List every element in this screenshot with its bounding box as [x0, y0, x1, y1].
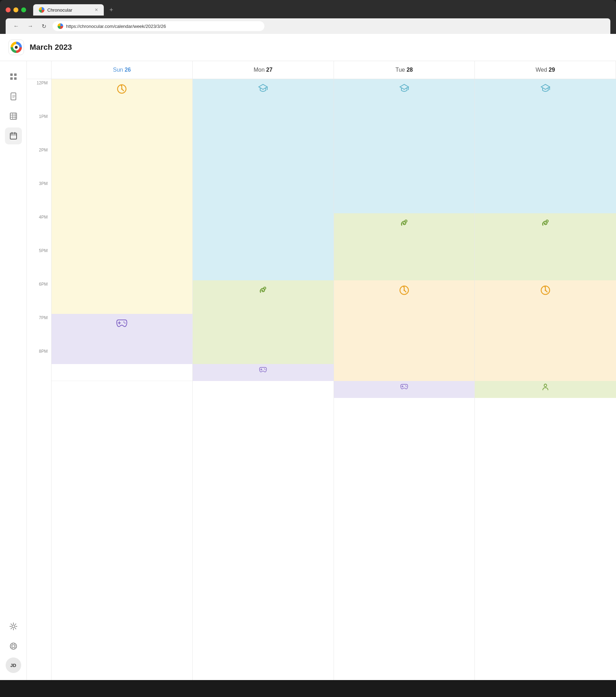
day-column-tue28[interactable] [334, 79, 475, 680]
event-wed29-goal[interactable] [475, 280, 616, 381]
event-mon27-fitness[interactable] [193, 280, 334, 364]
svg-point-58 [546, 220, 548, 222]
back-button[interactable]: ← [11, 22, 21, 31]
sidebar-item-table[interactable] [5, 108, 22, 125]
time-gutter-header [27, 61, 52, 79]
svg-point-38 [121, 88, 122, 90]
svg-line-35 [11, 645, 12, 645]
svg-rect-14 [10, 133, 17, 139]
day-num-27: 27 [266, 67, 273, 73]
fitness-icon-wed [540, 218, 551, 228]
tab-favicon [39, 7, 44, 13]
svg-line-26 [15, 624, 16, 625]
goal-icon-tue [399, 285, 410, 296]
tab-close-button[interactable]: ✕ [95, 7, 98, 12]
sidebar-item-notebook[interactable] [5, 88, 22, 105]
day-header-mon27: Mon 27 [193, 61, 334, 79]
svg-rect-1 [14, 73, 17, 76]
user-avatar[interactable]: JD [6, 657, 21, 673]
fitness-icon [258, 285, 268, 295]
day-num-26: 26 [125, 67, 131, 73]
refresh-button[interactable]: ↻ [40, 22, 48, 31]
sidebar-item-brightness[interactable] [5, 618, 22, 635]
address-bar[interactable]: https://chronocular.com/calendar/week/20… [53, 21, 264, 31]
day-column-wed29[interactable] [475, 79, 616, 680]
active-tab[interactable]: Chronocular ✕ [33, 4, 104, 16]
svg-line-29 [14, 644, 14, 645]
traffic-light-yellow[interactable] [13, 7, 18, 12]
gaming-icon-small [259, 366, 267, 373]
study-icon-wed [540, 83, 551, 93]
svg-point-56 [406, 386, 407, 387]
event-wed29-person[interactable] [475, 381, 616, 398]
app-logo [8, 40, 24, 55]
event-tue28-study[interactable] [334, 79, 475, 213]
traffic-light-green[interactable] [21, 7, 26, 12]
goal-icon [116, 83, 127, 95]
event-sun26-gaming[interactable] [52, 314, 192, 364]
day-num-29: 29 [549, 67, 555, 73]
svg-rect-9 [10, 113, 17, 119]
time-label-8pm: 8PM [27, 347, 51, 381]
svg-line-36 [12, 644, 12, 645]
calendar-day-headers: Sun 26 Mon 27 Tue 28 Wed 29 [27, 61, 616, 79]
sidebar-item-week-view[interactable] [5, 127, 22, 144]
svg-point-52 [403, 290, 405, 291]
svg-rect-3 [14, 77, 17, 80]
svg-line-33 [12, 648, 12, 649]
goal-icon-wed [540, 285, 551, 296]
day-name-mon: Mon [253, 67, 266, 73]
study-icon [258, 83, 268, 93]
person-icon-wed [542, 383, 549, 391]
event-mon27-gaming[interactable] [193, 364, 334, 381]
address-security-icon [58, 23, 63, 29]
sidebar-item-calendar-dots[interactable] [5, 68, 22, 85]
svg-point-41 [124, 322, 125, 323]
traffic-light-red[interactable] [6, 7, 11, 12]
day-column-sun26[interactable] [52, 79, 193, 680]
svg-point-60 [545, 290, 546, 291]
event-tue28-fitness[interactable] [334, 213, 475, 280]
gaming-icon-tue [400, 383, 408, 389]
svg-point-50 [405, 220, 407, 222]
time-label-1pm: 1PM [27, 113, 51, 146]
calendar-grid: 12PM 1PM 2PM 3PM 4PM 5PM 6PM 7PM 8PM [27, 79, 616, 680]
day-column-mon27[interactable] [193, 79, 334, 680]
time-label-2pm: 2PM [27, 146, 51, 180]
event-tue28-gaming[interactable] [334, 381, 475, 398]
app-header: March 2023 [0, 34, 616, 61]
event-sun26-goal[interactable] [52, 79, 192, 314]
day-num-28: 28 [407, 67, 413, 73]
svg-rect-2 [10, 77, 13, 80]
new-tab-button[interactable]: + [107, 5, 116, 15]
day-header-tue28: Tue 28 [334, 61, 475, 79]
svg-point-27 [10, 643, 17, 649]
svg-line-34 [11, 647, 12, 647]
sidebar-item-help[interactable] [5, 638, 22, 655]
svg-point-47 [264, 369, 265, 369]
event-tue28-goal[interactable] [334, 280, 475, 381]
svg-point-42 [125, 323, 126, 324]
tab-title: Chronocular [47, 7, 72, 13]
event-wed29-study[interactable] [475, 79, 616, 213]
time-label-5pm: 5PM [27, 247, 51, 280]
time-label-7pm: 7PM [27, 314, 51, 347]
gaming-icon [116, 318, 127, 327]
svg-line-23 [11, 624, 11, 625]
day-name-tue: Tue [395, 67, 406, 73]
time-gutter: 12PM 1PM 2PM 3PM 4PM 5PM 6PM 7PM 8PM [27, 79, 52, 680]
calendar-area: Sun 26 Mon 27 Tue 28 Wed 29 12PM 1PM [27, 61, 616, 680]
day-header-wed29: Wed 29 [475, 61, 616, 79]
event-mon27-study[interactable] [193, 79, 334, 280]
url-text: https://chronocular.com/calendar/week/20… [66, 24, 166, 29]
svg-line-30 [14, 645, 16, 645]
day-header-sun26: Sun 26 [52, 61, 193, 79]
fitness-icon-tue [399, 218, 409, 228]
svg-rect-0 [10, 73, 13, 76]
forward-button[interactable]: → [25, 22, 35, 31]
study-icon-tue [399, 83, 409, 93]
event-wed29-fitness[interactable] [475, 213, 616, 280]
time-label-4pm: 4PM [27, 213, 51, 247]
sidebar: JD [0, 61, 27, 680]
svg-point-55 [405, 386, 406, 386]
